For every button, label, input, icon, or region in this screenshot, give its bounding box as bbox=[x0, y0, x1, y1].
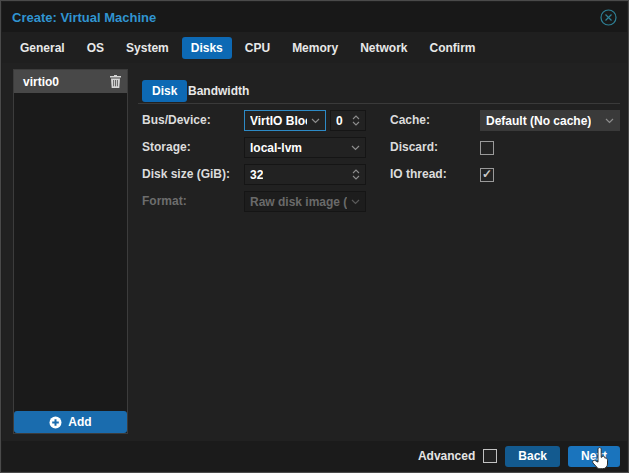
dialog-title: Create: Virtual Machine bbox=[12, 10, 156, 25]
spinner-arrows-icon[interactable] bbox=[348, 169, 360, 180]
create-vm-dialog: Create: Virtual Machine General OS Syste… bbox=[0, 0, 629, 473]
cache-select[interactable]: Default (No cache) bbox=[480, 110, 620, 131]
tab-network[interactable]: Network bbox=[351, 37, 416, 59]
dialog-titlebar: Create: Virtual Machine bbox=[2, 2, 627, 32]
dialog-footer: Advanced Back Next bbox=[2, 441, 627, 471]
subtab-disk[interactable]: Disk bbox=[142, 80, 187, 102]
plus-circle-icon bbox=[49, 416, 62, 429]
delete-disk-icon[interactable] bbox=[110, 75, 121, 88]
tab-disks[interactable]: Disks bbox=[182, 37, 232, 59]
tab-cpu[interactable]: CPU bbox=[236, 37, 279, 59]
storage-label: Storage: bbox=[142, 137, 191, 158]
tab-system[interactable]: System bbox=[117, 37, 178, 59]
tab-memory[interactable]: Memory bbox=[283, 37, 347, 59]
bus-device-number-spinner[interactable]: 0 bbox=[330, 110, 366, 131]
io-thread-checkbox[interactable] bbox=[480, 168, 494, 182]
wizard-tabbar: General OS System Disks CPU Memory Netwo… bbox=[2, 32, 627, 63]
chevron-down-icon bbox=[307, 118, 320, 124]
disk-list-item-virtio0[interactable]: virtio0 bbox=[14, 70, 127, 93]
add-disk-label: Add bbox=[68, 415, 91, 429]
cache-label: Cache: bbox=[390, 110, 430, 131]
tab-confirm[interactable]: Confirm bbox=[420, 37, 484, 59]
discard-label: Discard: bbox=[390, 137, 438, 158]
bus-device-select[interactable]: VirtIO Block bbox=[244, 110, 326, 131]
bus-device-label: Bus/Device: bbox=[142, 110, 211, 131]
disk-size-spinner[interactable]: 32 bbox=[244, 164, 366, 185]
tab-general[interactable]: General bbox=[11, 37, 74, 59]
disk-item-label: virtio0 bbox=[23, 75, 59, 89]
format-select: Raw disk image (raw bbox=[244, 191, 366, 212]
chevron-down-icon bbox=[347, 199, 360, 205]
io-thread-label: IO thread: bbox=[390, 164, 447, 185]
tab-os[interactable]: OS bbox=[78, 37, 113, 59]
back-button[interactable]: Back bbox=[505, 446, 560, 467]
spinner-arrows-icon[interactable] bbox=[348, 115, 360, 126]
subtab-bandwidth[interactable]: Bandwidth bbox=[188, 84, 249, 98]
disk-size-label: Disk size (GiB): bbox=[142, 164, 230, 185]
format-label: Format: bbox=[142, 191, 187, 212]
advanced-label: Advanced bbox=[418, 449, 475, 463]
disks-tab-content: virtio0 Add bbox=[2, 63, 627, 442]
add-disk-button[interactable]: Add bbox=[14, 411, 127, 433]
discard-checkbox[interactable] bbox=[480, 141, 494, 155]
chevron-down-icon bbox=[601, 118, 614, 124]
storage-select[interactable]: local-lvm bbox=[244, 137, 366, 158]
next-button[interactable]: Next bbox=[568, 446, 620, 467]
disk-list-panel: virtio0 Add bbox=[13, 69, 128, 434]
subtab-divider bbox=[138, 103, 620, 104]
chevron-down-icon bbox=[347, 145, 360, 151]
close-icon[interactable] bbox=[599, 8, 617, 26]
advanced-checkbox[interactable] bbox=[483, 449, 497, 463]
